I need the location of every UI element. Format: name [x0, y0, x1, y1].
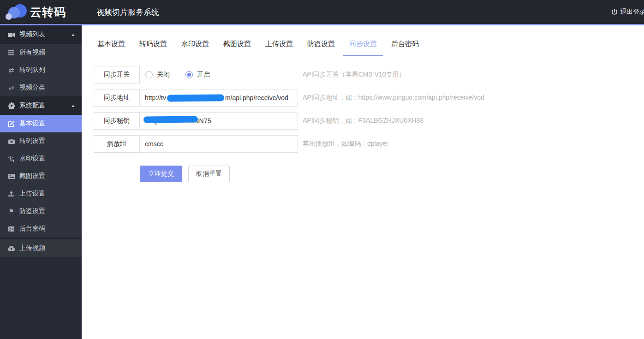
sidebar-item-label: 所有视频 — [19, 48, 45, 57]
power-icon — [611, 9, 618, 15]
top-bar: 云转码 视频切片服务系统 退出登录 — [0, 0, 644, 25]
sidebar-item-label: 截图设置 — [19, 172, 45, 180]
tab-antitheft-settings[interactable]: 防盗设置 — [301, 40, 341, 56]
sidebar-item-antitheft-settings[interactable]: ⚑ 防盗设置 — [0, 202, 82, 220]
videocam-icon — [7, 32, 15, 37]
exchange-icon: ⇄ — [7, 67, 15, 73]
url-suffix: m/api.php/receive/vod — [225, 94, 288, 101]
tab-watermark-settings[interactable]: 水印设置 — [175, 40, 215, 56]
edit-icon — [7, 121, 15, 127]
cloud-logo-icon — [6, 4, 27, 20]
sidebar-item-label: 基本设置 — [19, 119, 45, 128]
form-actions: 立即提交 取消重置 — [140, 166, 644, 182]
sync-address-field: http://tvm/api.php/receive/vod — [139, 89, 298, 107]
sync-settings-form: 同步开关 关闭 开启 API同步开关（苹果CMS V10专用） 同步地址 htt… — [82, 56, 644, 182]
sidebar-item-screenshot-settings[interactable]: 截图设置 — [0, 167, 82, 185]
flag-icon: ⚑ — [7, 208, 15, 214]
sidebar-item-label: 上传视频 — [19, 244, 45, 252]
sync-switch-row: 同步开关 关闭 开启 API同步开关（苹果CMS V10专用） — [94, 66, 644, 83]
upload-icon — [7, 191, 15, 196]
play-group-label: 播放组 — [94, 135, 140, 153]
logout-button[interactable]: 退出登录 — [611, 8, 644, 16]
tab-sync-settings[interactable]: 同步设置 — [343, 40, 383, 56]
sidebar-item-video-list[interactable]: 视频列表 ▲ — [0, 25, 82, 44]
radio-on-label[interactable]: 开启 — [197, 71, 210, 79]
sidebar-item-label: 转码队列 — [19, 66, 45, 74]
sidebar-item-upload-settings[interactable]: 上传设置 — [0, 185, 82, 202]
sync-key-input[interactable]: 57QWEI5I6RTRNN75 — [139, 112, 298, 130]
radio-off[interactable] — [145, 71, 153, 78]
redaction-scribble — [143, 116, 198, 123]
list-icon — [7, 50, 15, 55]
key-suffix: 75 — [204, 117, 211, 125]
sidebar-item-label: 转码设置 — [19, 137, 45, 145]
sidebar-item-label: 上传设置 — [19, 190, 45, 198]
gear-icon — [7, 102, 15, 109]
cloud-upload-icon — [7, 246, 15, 251]
chevron-up-icon: ▲ — [71, 103, 75, 108]
sidebar-item-system-config[interactable]: 系统配置 ▲ — [0, 96, 82, 115]
reset-button[interactable]: 取消重置 — [188, 166, 230, 182]
sidebar-item-label: 系统配置 — [19, 101, 45, 110]
app-logo: 云转码 — [0, 4, 82, 20]
crop-icon — [7, 156, 15, 162]
sidebar-item-label: 视频分类 — [19, 83, 45, 92]
radio-on[interactable] — [185, 71, 193, 78]
main-content: 基本设置 转码设置 水印设置 截图设置 上传设置 防盗设置 同步设置 后台密码 … — [82, 25, 644, 339]
tab-admin-password[interactable]: 后台密码 — [385, 40, 425, 56]
tab-screenshot-settings[interactable]: 截图设置 — [217, 40, 257, 56]
image-icon — [7, 174, 15, 179]
redaction-scribble — [167, 94, 224, 101]
sidebar-item-video-category[interactable]: ⇄ 视频分类 — [0, 79, 82, 96]
radio-off-label[interactable]: 关闭 — [157, 71, 170, 79]
sidebar: 视频列表 ▲ 所有视频 ⇄ 转码队列 ⇄ 视频分类 系统配置 ▲ 基本设置 转码… — [0, 25, 82, 339]
sync-switch-label: 同步开关 — [94, 66, 140, 83]
sidebar-item-all-videos[interactable]: 所有视频 — [0, 44, 82, 61]
sync-address-input[interactable]: http://tvm/api.php/receive/vod — [139, 89, 298, 107]
sync-key-hint: API同步秘钥，如：F3ALBGZHJXU0XH88 — [303, 117, 423, 125]
sidebar-item-label: 水印设置 — [19, 155, 45, 163]
sidebar-item-transcode-settings[interactable]: 转码设置 — [0, 132, 82, 150]
exchange-icon: ⇄ — [7, 84, 15, 91]
tab-upload-settings[interactable]: 上传设置 — [259, 40, 299, 56]
sync-key-field: 57QWEI5I6RTRNN75 — [139, 112, 298, 130]
sidebar-item-watermark-settings[interactable]: 水印设置 — [0, 150, 82, 167]
sync-address-label: 同步地址 — [94, 89, 140, 107]
sync-address-row: 同步地址 http://tvm/api.php/receive/vod API同… — [94, 89, 644, 107]
sync-switch-field: 关闭 开启 — [139, 66, 298, 83]
play-group-hint: 苹果播放组，如编码：dplayer — [303, 140, 388, 148]
sidebar-item-label: 视频列表 — [19, 30, 45, 39]
submit-button[interactable]: 立即提交 — [140, 166, 182, 182]
camera-icon — [7, 139, 15, 144]
sync-key-label: 同步秘钥 — [94, 112, 140, 130]
tab-transcode-settings[interactable]: 转码设置 — [133, 40, 173, 56]
play-group-field — [139, 135, 298, 153]
play-group-input[interactable] — [139, 135, 298, 153]
play-group-row: 播放组 苹果播放组，如编码：dplayer — [94, 135, 644, 153]
sync-address-hint: API同步地址，如：https://www.pinguo.com/api.php… — [303, 94, 484, 102]
idcard-icon — [7, 226, 15, 232]
sidebar-item-upload-video[interactable]: 上传视频 — [0, 238, 82, 257]
sync-switch-hint: API同步开关（苹果CMS V10专用） — [303, 71, 405, 79]
sidebar-item-label: 后台密码 — [19, 225, 45, 233]
logout-label: 退出登录 — [620, 8, 644, 16]
logo-text: 云转码 — [30, 5, 66, 20]
chevron-up-icon: ▲ — [71, 32, 75, 37]
sidebar-item-basic-settings[interactable]: 基本设置 — [0, 115, 82, 132]
sidebar-item-admin-password[interactable]: 后台密码 — [0, 220, 82, 238]
sidebar-item-label: 防盗设置 — [19, 207, 45, 215]
sidebar-item-transcode-queue[interactable]: ⇄ 转码队列 — [0, 61, 82, 79]
tab-basic-settings[interactable]: 基本设置 — [91, 40, 131, 56]
sync-key-row: 同步秘钥 57QWEI5I6RTRNN75 API同步秘钥，如：F3ALBGZH… — [94, 112, 644, 130]
url-prefix: http://tv — [145, 94, 166, 101]
settings-tabs: 基本设置 转码设置 水印设置 截图设置 上传设置 防盗设置 同步设置 后台密码 — [82, 25, 644, 56]
page-title: 视频切片服务系统 — [96, 7, 159, 18]
